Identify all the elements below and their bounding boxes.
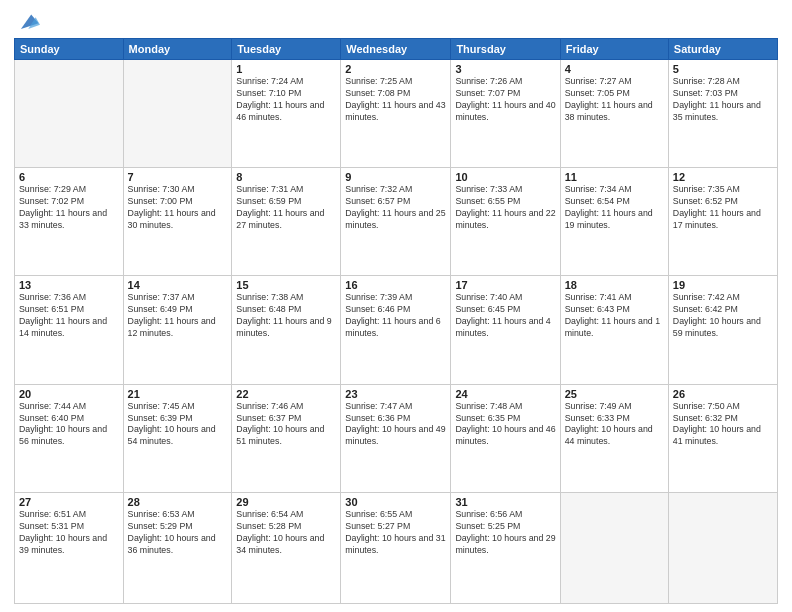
day-info: Sunrise: 7:42 AMSunset: 6:42 PMDaylight:… bbox=[673, 292, 773, 340]
day-cell: 20Sunrise: 7:44 AMSunset: 6:40 PMDayligh… bbox=[15, 384, 124, 492]
day-cell: 23Sunrise: 7:47 AMSunset: 6:36 PMDayligh… bbox=[341, 384, 451, 492]
day-cell: 4Sunrise: 7:27 AMSunset: 7:05 PMDaylight… bbox=[560, 60, 668, 168]
day-cell: 18Sunrise: 7:41 AMSunset: 6:43 PMDayligh… bbox=[560, 276, 668, 384]
day-number: 12 bbox=[673, 171, 773, 183]
day-info: Sunrise: 7:29 AMSunset: 7:02 PMDaylight:… bbox=[19, 184, 119, 232]
calendar-table: SundayMondayTuesdayWednesdayThursdayFrid… bbox=[14, 38, 778, 604]
day-info: Sunrise: 7:25 AMSunset: 7:08 PMDaylight:… bbox=[345, 76, 446, 124]
day-info: Sunrise: 7:37 AMSunset: 6:49 PMDaylight:… bbox=[128, 292, 228, 340]
day-number: 21 bbox=[128, 388, 228, 400]
day-cell: 7Sunrise: 7:30 AMSunset: 7:00 PMDaylight… bbox=[123, 168, 232, 276]
week-row-2: 13Sunrise: 7:36 AMSunset: 6:51 PMDayligh… bbox=[15, 276, 778, 384]
day-cell: 8Sunrise: 7:31 AMSunset: 6:59 PMDaylight… bbox=[232, 168, 341, 276]
week-row-1: 6Sunrise: 7:29 AMSunset: 7:02 PMDaylight… bbox=[15, 168, 778, 276]
day-cell bbox=[560, 492, 668, 603]
day-info: Sunrise: 7:49 AMSunset: 6:33 PMDaylight:… bbox=[565, 401, 664, 449]
day-number: 28 bbox=[128, 496, 228, 508]
logo bbox=[14, 10, 40, 32]
day-number: 3 bbox=[455, 63, 555, 75]
day-number: 7 bbox=[128, 171, 228, 183]
day-number: 24 bbox=[455, 388, 555, 400]
weekday-header-monday: Monday bbox=[123, 39, 232, 60]
day-info: Sunrise: 7:50 AMSunset: 6:32 PMDaylight:… bbox=[673, 401, 773, 449]
day-number: 23 bbox=[345, 388, 446, 400]
day-info: Sunrise: 7:48 AMSunset: 6:35 PMDaylight:… bbox=[455, 401, 555, 449]
day-number: 29 bbox=[236, 496, 336, 508]
day-info: Sunrise: 7:47 AMSunset: 6:36 PMDaylight:… bbox=[345, 401, 446, 449]
day-cell: 6Sunrise: 7:29 AMSunset: 7:02 PMDaylight… bbox=[15, 168, 124, 276]
weekday-header-tuesday: Tuesday bbox=[232, 39, 341, 60]
day-cell: 12Sunrise: 7:35 AMSunset: 6:52 PMDayligh… bbox=[668, 168, 777, 276]
page: SundayMondayTuesdayWednesdayThursdayFrid… bbox=[0, 0, 792, 612]
day-number: 18 bbox=[565, 279, 664, 291]
day-info: Sunrise: 7:38 AMSunset: 6:48 PMDaylight:… bbox=[236, 292, 336, 340]
day-number: 14 bbox=[128, 279, 228, 291]
day-cell: 16Sunrise: 7:39 AMSunset: 6:46 PMDayligh… bbox=[341, 276, 451, 384]
day-cell: 10Sunrise: 7:33 AMSunset: 6:55 PMDayligh… bbox=[451, 168, 560, 276]
day-number: 27 bbox=[19, 496, 119, 508]
day-info: Sunrise: 6:56 AMSunset: 5:25 PMDaylight:… bbox=[455, 509, 555, 557]
day-number: 16 bbox=[345, 279, 446, 291]
day-number: 30 bbox=[345, 496, 446, 508]
day-info: Sunrise: 7:45 AMSunset: 6:39 PMDaylight:… bbox=[128, 401, 228, 449]
day-cell: 19Sunrise: 7:42 AMSunset: 6:42 PMDayligh… bbox=[668, 276, 777, 384]
day-cell: 1Sunrise: 7:24 AMSunset: 7:10 PMDaylight… bbox=[232, 60, 341, 168]
day-cell bbox=[123, 60, 232, 168]
day-cell: 17Sunrise: 7:40 AMSunset: 6:45 PMDayligh… bbox=[451, 276, 560, 384]
day-number: 19 bbox=[673, 279, 773, 291]
day-info: Sunrise: 7:44 AMSunset: 6:40 PMDaylight:… bbox=[19, 401, 119, 449]
day-info: Sunrise: 7:41 AMSunset: 6:43 PMDaylight:… bbox=[565, 292, 664, 340]
week-row-4: 27Sunrise: 6:51 AMSunset: 5:31 PMDayligh… bbox=[15, 492, 778, 603]
day-number: 25 bbox=[565, 388, 664, 400]
day-cell bbox=[15, 60, 124, 168]
day-cell: 14Sunrise: 7:37 AMSunset: 6:49 PMDayligh… bbox=[123, 276, 232, 384]
day-info: Sunrise: 7:36 AMSunset: 6:51 PMDaylight:… bbox=[19, 292, 119, 340]
day-info: Sunrise: 7:31 AMSunset: 6:59 PMDaylight:… bbox=[236, 184, 336, 232]
day-info: Sunrise: 7:39 AMSunset: 6:46 PMDaylight:… bbox=[345, 292, 446, 340]
day-number: 22 bbox=[236, 388, 336, 400]
day-number: 4 bbox=[565, 63, 664, 75]
day-info: Sunrise: 7:24 AMSunset: 7:10 PMDaylight:… bbox=[236, 76, 336, 124]
day-cell: 5Sunrise: 7:28 AMSunset: 7:03 PMDaylight… bbox=[668, 60, 777, 168]
day-number: 15 bbox=[236, 279, 336, 291]
day-number: 9 bbox=[345, 171, 446, 183]
day-cell bbox=[668, 492, 777, 603]
day-info: Sunrise: 7:33 AMSunset: 6:55 PMDaylight:… bbox=[455, 184, 555, 232]
top-bar bbox=[14, 10, 778, 32]
day-cell: 2Sunrise: 7:25 AMSunset: 7:08 PMDaylight… bbox=[341, 60, 451, 168]
day-info: Sunrise: 7:46 AMSunset: 6:37 PMDaylight:… bbox=[236, 401, 336, 449]
day-cell: 15Sunrise: 7:38 AMSunset: 6:48 PMDayligh… bbox=[232, 276, 341, 384]
day-number: 26 bbox=[673, 388, 773, 400]
day-number: 8 bbox=[236, 171, 336, 183]
day-number: 31 bbox=[455, 496, 555, 508]
day-cell: 11Sunrise: 7:34 AMSunset: 6:54 PMDayligh… bbox=[560, 168, 668, 276]
day-cell: 24Sunrise: 7:48 AMSunset: 6:35 PMDayligh… bbox=[451, 384, 560, 492]
day-cell: 13Sunrise: 7:36 AMSunset: 6:51 PMDayligh… bbox=[15, 276, 124, 384]
week-row-0: 1Sunrise: 7:24 AMSunset: 7:10 PMDaylight… bbox=[15, 60, 778, 168]
day-number: 13 bbox=[19, 279, 119, 291]
day-number: 1 bbox=[236, 63, 336, 75]
day-cell: 9Sunrise: 7:32 AMSunset: 6:57 PMDaylight… bbox=[341, 168, 451, 276]
day-cell: 21Sunrise: 7:45 AMSunset: 6:39 PMDayligh… bbox=[123, 384, 232, 492]
day-number: 6 bbox=[19, 171, 119, 183]
day-number: 11 bbox=[565, 171, 664, 183]
day-info: Sunrise: 6:55 AMSunset: 5:27 PMDaylight:… bbox=[345, 509, 446, 557]
day-info: Sunrise: 7:26 AMSunset: 7:07 PMDaylight:… bbox=[455, 76, 555, 124]
day-number: 20 bbox=[19, 388, 119, 400]
day-number: 5 bbox=[673, 63, 773, 75]
day-cell: 28Sunrise: 6:53 AMSunset: 5:29 PMDayligh… bbox=[123, 492, 232, 603]
weekday-header-saturday: Saturday bbox=[668, 39, 777, 60]
weekday-header-friday: Friday bbox=[560, 39, 668, 60]
day-info: Sunrise: 7:27 AMSunset: 7:05 PMDaylight:… bbox=[565, 76, 664, 124]
day-info: Sunrise: 7:40 AMSunset: 6:45 PMDaylight:… bbox=[455, 292, 555, 340]
day-cell: 30Sunrise: 6:55 AMSunset: 5:27 PMDayligh… bbox=[341, 492, 451, 603]
weekday-header-row: SundayMondayTuesdayWednesdayThursdayFrid… bbox=[15, 39, 778, 60]
day-info: Sunrise: 7:34 AMSunset: 6:54 PMDaylight:… bbox=[565, 184, 664, 232]
day-number: 17 bbox=[455, 279, 555, 291]
weekday-header-sunday: Sunday bbox=[15, 39, 124, 60]
weekday-header-wednesday: Wednesday bbox=[341, 39, 451, 60]
day-info: Sunrise: 7:30 AMSunset: 7:00 PMDaylight:… bbox=[128, 184, 228, 232]
day-cell: 25Sunrise: 7:49 AMSunset: 6:33 PMDayligh… bbox=[560, 384, 668, 492]
week-row-3: 20Sunrise: 7:44 AMSunset: 6:40 PMDayligh… bbox=[15, 384, 778, 492]
day-cell: 27Sunrise: 6:51 AMSunset: 5:31 PMDayligh… bbox=[15, 492, 124, 603]
